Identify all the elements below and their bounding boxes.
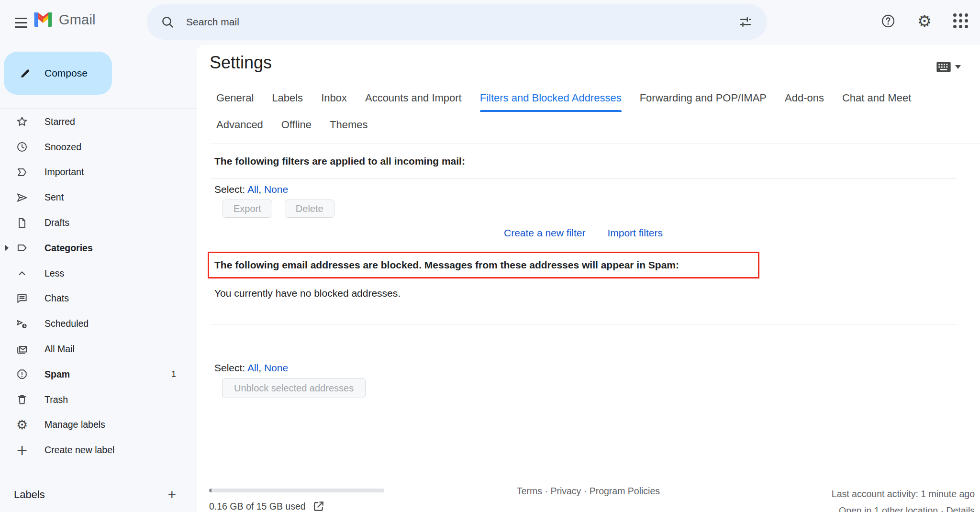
chat-icon (16, 292, 28, 305)
search-icon[interactable] (156, 11, 178, 33)
create-filter-link[interactable]: Create a new filter (504, 227, 585, 239)
sidebar-item-label: Trash (45, 394, 68, 405)
sidebar-nav-item[interactable]: Drafts (0, 210, 197, 235)
google-apps-icon[interactable] (949, 10, 972, 33)
account-activity: Last account activity: 1 minute ago Open… (832, 486, 975, 512)
tag-icon (16, 242, 28, 254)
blocked-heading-highlight-box: The following email addresses are blocke… (208, 252, 759, 278)
sidebar-nav-item[interactable]: Snoozed (0, 134, 197, 160)
select-label: Select: (214, 184, 245, 195)
star-icon (16, 115, 28, 128)
sidebar-nav-item[interactable]: Important (0, 160, 197, 185)
open-locations-text[interactable]: Open in 1 other location · Details (832, 502, 975, 512)
settings-tab[interactable]: Advanced (216, 115, 263, 135)
pencil-icon (19, 67, 32, 79)
sidebar-nav-item[interactable]: + Create new label (0, 437, 197, 463)
sidebar-item-label: Scheduled (45, 318, 89, 329)
sidebar: Compose Starred Snoozed Important (0, 45, 197, 512)
compose-label: Compose (45, 67, 88, 79)
sidebar-item-label: Drafts (45, 217, 69, 228)
settings-tab[interactable]: Accounts and Import (365, 88, 462, 108)
sidebar-item-label: Starred (45, 116, 75, 127)
sidebar-item-label: Spam (45, 369, 70, 380)
sidebar-nav-item[interactable]: ⚙ Manage labels (0, 412, 197, 438)
sidebar-nav-item[interactable]: All Mail (0, 336, 197, 362)
settings-tab[interactable]: Labels (272, 88, 303, 108)
sidebar-item-label: Snoozed (45, 142, 81, 153)
sidebar-nav-item[interactable]: Trash (0, 387, 197, 412)
open-in-new-icon[interactable] (312, 500, 325, 512)
last-activity-text: Last account activity: 1 minute ago (832, 486, 975, 502)
settings-tab[interactable]: Inbox (321, 88, 347, 108)
all-mail-icon (16, 343, 28, 356)
important-icon (16, 166, 28, 178)
import-filters-link[interactable]: Import filters (607, 227, 663, 239)
compose-button[interactable]: Compose (4, 52, 112, 95)
settings-tab[interactable]: Forwarding and POP/IMAP (640, 88, 767, 108)
sidebar-nav-item[interactable]: Spam 1 (0, 362, 197, 387)
select-none-link[interactable]: None (264, 184, 288, 195)
sidebar-item-label: Sent (45, 192, 64, 203)
sidebar-nav: Starred Snoozed Important Sent (0, 109, 197, 463)
gear-icon: ⚙ (16, 419, 28, 431)
input-tools-selector[interactable] (936, 61, 961, 73)
delete-button[interactable]: Delete (285, 200, 334, 218)
settings-gear-icon[interactable]: ⚙ (913, 10, 936, 33)
select-all-link[interactable]: All (247, 184, 258, 195)
sidebar-item-label: All Mail (45, 344, 75, 355)
sidebar-nav-item[interactable]: Sent (0, 185, 197, 210)
settings-tab[interactable]: General (216, 88, 254, 108)
sidebar-item-label: Important (45, 167, 84, 178)
unblock-selected-button[interactable]: Unblock selected addresses (222, 378, 366, 398)
tabs-row-2: Advanced Offline Themes (210, 111, 980, 139)
no-blocked-addresses-text: You currently have no blocked addresses. (214, 288, 401, 299)
create-label-plus-icon[interactable]: + (167, 488, 176, 502)
separator: , (258, 184, 261, 195)
settings-tab[interactable]: Filters and Blocked Addresses (480, 88, 622, 108)
chevron-down-icon (955, 65, 961, 69)
help-icon[interactable] (877, 10, 900, 33)
send-icon (16, 191, 28, 204)
search-options-tune-icon[interactable] (735, 11, 757, 33)
sidebar-nav-item[interactable]: Starred (0, 109, 197, 134)
spam-icon (16, 368, 28, 380)
settings-tab[interactable]: Add-ons (785, 88, 824, 108)
filters-section-heading: The following filters are applied to all… (214, 156, 465, 167)
select-all-link[interactable]: All (247, 362, 258, 373)
blocked-select-row: Select: All, None (214, 362, 288, 374)
sidebar-item-label: Less (45, 268, 64, 279)
divider (211, 324, 957, 324)
sidebar-nav-item[interactable]: Categories (0, 235, 197, 261)
search-input[interactable] (178, 16, 735, 28)
topbar-actions: ⚙ (877, 10, 972, 33)
clock-icon (16, 141, 28, 153)
expand-arrow-icon[interactable] (5, 245, 9, 251)
settings-tabs: General Labels Inbox Accounts and Import… (210, 85, 980, 144)
select-label: Select: (214, 362, 245, 373)
hamburger-menu-icon[interactable] (11, 12, 32, 33)
plus-icon: + (16, 444, 28, 456)
page-title: Settings (210, 53, 272, 73)
schedule-send-icon (16, 318, 28, 330)
storage-text: 0.16 GB of 15 GB used (209, 501, 306, 512)
settings-tab[interactable]: Themes (330, 115, 368, 135)
select-none-link[interactable]: None (264, 362, 288, 373)
settings-tab[interactable]: Chat and Meet (842, 88, 911, 108)
blocked-section-heading: The following email addresses are blocke… (214, 259, 679, 271)
sidebar-nav-item[interactable]: Scheduled (0, 311, 197, 336)
gmail-logo-text: Gmail (59, 12, 96, 28)
separator: , (258, 362, 261, 373)
chevron-up-icon (16, 267, 28, 279)
trash-icon (16, 393, 28, 406)
export-button[interactable]: Export (223, 200, 272, 218)
settings-tab[interactable]: Offline (281, 115, 312, 135)
filters-select-row: Select: All, None (214, 184, 288, 195)
tabs-row-1: General Labels Inbox Accounts and Import… (210, 85, 980, 111)
sidebar-item-label: Chats (45, 293, 69, 304)
unread-count: 1 (171, 369, 176, 379)
sidebar-nav-item[interactable]: Less (0, 261, 197, 286)
sidebar-item-label: Create new label (45, 445, 114, 456)
divider (211, 178, 957, 178)
sidebar-item-label: Categories (45, 243, 93, 254)
sidebar-nav-item[interactable]: Chats (0, 286, 197, 312)
